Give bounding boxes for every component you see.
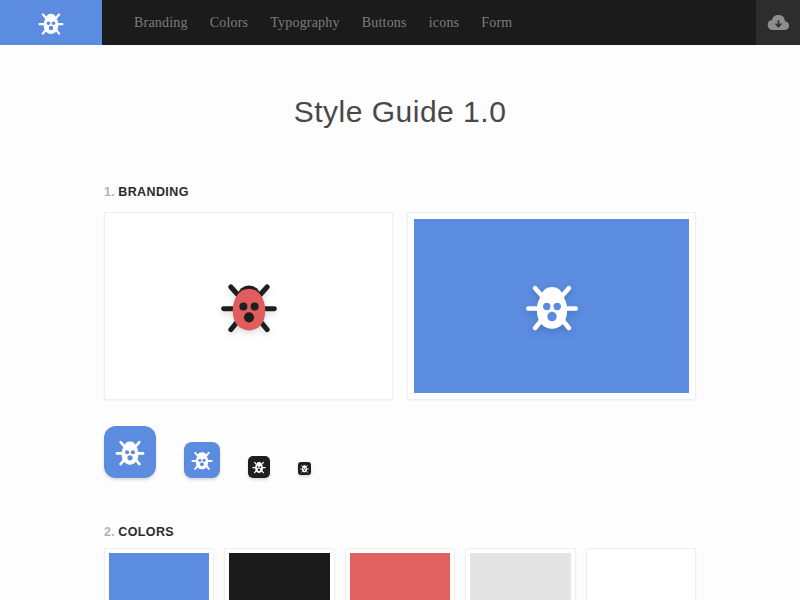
- logo-home-button[interactable]: [0, 0, 102, 45]
- download-button[interactable]: [756, 0, 800, 45]
- section-title: COLORS: [118, 525, 174, 539]
- color-swatch: [109, 553, 209, 600]
- nav-item-icons[interactable]: icons: [429, 15, 460, 31]
- bug-icon: [252, 460, 266, 474]
- color-swatch: [229, 553, 329, 600]
- app-icon-large[interactable]: [104, 426, 156, 478]
- app-icon-sizes-row: [104, 426, 696, 478]
- bug-logo-red-icon: [220, 277, 278, 335]
- logo-card-blue: [407, 212, 696, 400]
- top-nav-bar: Branding Colors Typography Buttons icons…: [0, 0, 800, 45]
- blue-swatch-background: [414, 219, 689, 393]
- swatch-card-black: [224, 548, 334, 600]
- main-content: Style Guide 1.0 1.BRANDING: [104, 97, 696, 600]
- swatch-card-light-gray: [465, 548, 575, 600]
- color-swatch-row: [104, 548, 696, 600]
- nav-item-branding[interactable]: Branding: [134, 15, 188, 31]
- app-icon-medium[interactable]: [184, 442, 220, 478]
- page-title: Style Guide 1.0: [104, 97, 696, 127]
- branding-row: [104, 212, 696, 400]
- section-title: BRANDING: [118, 185, 189, 199]
- swatch-card-blue: [104, 548, 214, 600]
- section-number: 1.: [104, 185, 115, 199]
- app-icon-tiny[interactable]: [298, 462, 311, 475]
- bug-icon: [115, 437, 145, 467]
- nav-links: Branding Colors Typography Buttons icons…: [134, 0, 756, 45]
- swatch-card-red: [345, 548, 455, 600]
- section-heading-branding: 1.BRANDING: [104, 185, 696, 199]
- bug-icon: [300, 464, 309, 473]
- bug-icon: [191, 449, 213, 471]
- cloud-download-icon: [767, 15, 789, 31]
- bug-logo-white-icon: [525, 279, 579, 333]
- swatch-card-white: [586, 548, 696, 600]
- nav-item-form[interactable]: Form: [481, 15, 512, 31]
- logo-card-light: [104, 212, 393, 400]
- app-icon-small[interactable]: [248, 456, 270, 478]
- section-heading-colors: 2.COLORS: [104, 525, 696, 539]
- nav-item-colors[interactable]: Colors: [210, 15, 249, 31]
- bug-icon: [38, 10, 64, 36]
- nav-item-buttons[interactable]: Buttons: [362, 15, 407, 31]
- nav-item-typography[interactable]: Typography: [270, 15, 339, 31]
- section-number: 2.: [104, 525, 115, 539]
- color-swatch: [470, 553, 570, 600]
- color-swatch: [591, 553, 691, 600]
- color-swatch: [350, 553, 450, 600]
